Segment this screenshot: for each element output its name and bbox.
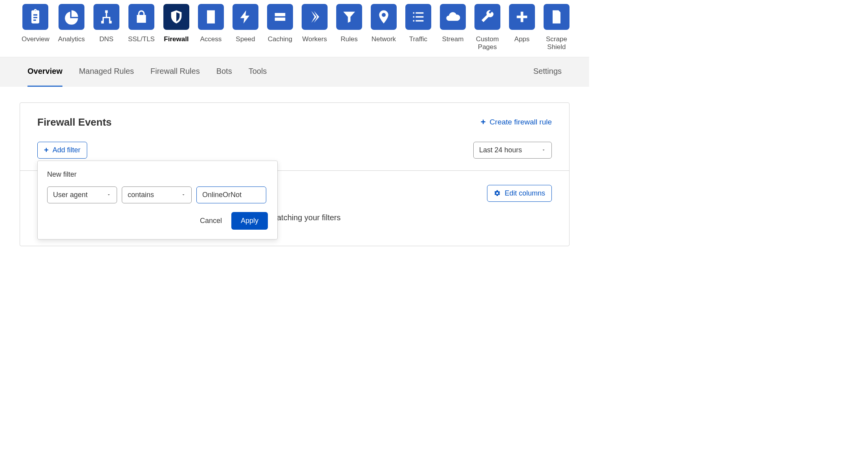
section-tabs: OverviewManaged RulesFirewall RulesBotsT… — [0, 57, 589, 87]
apply-button[interactable]: Apply — [231, 212, 268, 230]
nav-item-caching[interactable]: Caching — [267, 4, 293, 51]
lock-icon — [128, 4, 154, 30]
nav-item-apps[interactable]: Apps — [509, 4, 535, 51]
nav-item-scrape-shield[interactable]: ScrapeShield — [544, 4, 570, 51]
tab-overview[interactable]: Overview — [27, 57, 62, 87]
funnel-icon — [336, 4, 362, 30]
plus-icon — [509, 4, 535, 30]
time-range-value: Last 24 hours — [479, 146, 522, 154]
tab-settings[interactable]: Settings — [533, 57, 562, 87]
tab-tools[interactable]: Tools — [249, 57, 267, 87]
nav-label: Access — [200, 35, 222, 43]
filter-field-value: User agent — [53, 191, 88, 199]
product-nav: OverviewAnalyticsDNSSSL/TLSFirewallAcces… — [0, 0, 589, 57]
nav-label: Caching — [268, 35, 292, 43]
nav-label: SSL/TLS — [128, 35, 155, 43]
door-icon — [198, 4, 224, 30]
create-firewall-rule-button[interactable]: + Create firewall rule — [481, 118, 552, 126]
sitemap-icon — [93, 4, 119, 30]
nav-label: ScrapeShield — [546, 35, 567, 51]
nav-label: DNS — [99, 35, 114, 43]
nav-label: Analytics — [58, 35, 85, 43]
gear-icon — [494, 190, 501, 197]
workers-icon — [302, 4, 328, 30]
pie-icon — [59, 4, 84, 30]
nav-label: Firewall — [164, 35, 189, 43]
nav-label: Stream — [442, 35, 464, 43]
nav-item-rules[interactable]: Rules — [336, 4, 362, 51]
doc-icon — [544, 4, 570, 30]
edit-columns-label: Edit columns — [505, 189, 545, 197]
nav-item-network[interactable]: Network — [371, 4, 397, 51]
nav-item-workers[interactable]: Workers — [302, 4, 328, 51]
nav-label: Traffic — [409, 35, 427, 43]
filter-value-input[interactable] — [196, 186, 266, 203]
nav-label: Network — [372, 35, 396, 43]
bolt-icon — [233, 4, 258, 30]
nav-item-speed[interactable]: Speed — [233, 4, 258, 51]
nav-item-traffic[interactable]: Traffic — [405, 4, 431, 51]
nav-label: Rules — [341, 35, 357, 43]
nav-label: Apps — [515, 35, 530, 43]
add-filter-label: Add filter — [53, 146, 81, 154]
filter-field-select[interactable]: User agent — [47, 186, 117, 203]
nav-label: Speed — [236, 35, 255, 43]
nav-item-firewall[interactable]: Firewall — [163, 4, 189, 51]
popover-title: New filter — [47, 170, 268, 179]
filter-operator-select[interactable]: contains — [122, 186, 192, 203]
tab-managed-rules[interactable]: Managed Rules — [79, 57, 134, 87]
wrench-icon — [474, 4, 500, 30]
nav-item-stream[interactable]: Stream — [440, 4, 466, 51]
card-header-section: Firewall Events + Create firewall rule +… — [20, 103, 569, 170]
clipboard-icon — [22, 4, 48, 30]
nav-label: Workers — [302, 35, 327, 43]
tab-bots[interactable]: Bots — [216, 57, 232, 87]
create-rule-label: Create firewall rule — [490, 118, 552, 126]
time-range-select[interactable]: Last 24 hours — [473, 142, 552, 159]
chevron-down-icon — [541, 146, 546, 154]
chevron-down-icon — [106, 191, 111, 199]
nav-item-analytics[interactable]: Analytics — [58, 4, 85, 51]
drive-icon — [267, 4, 293, 30]
cancel-button[interactable]: Cancel — [200, 217, 222, 225]
nav-item-overview[interactable]: Overview — [22, 4, 49, 51]
pin-icon — [371, 4, 397, 30]
nav-item-dns[interactable]: DNS — [93, 4, 119, 51]
cloud-icon — [440, 4, 466, 30]
nav-item-access[interactable]: Access — [198, 4, 224, 51]
card-title: Firewall Events — [37, 116, 112, 128]
shield-icon — [163, 4, 189, 30]
add-filter-button[interactable]: + Add filter — [37, 142, 87, 159]
nav-item-custom-pages[interactable]: CustomPages — [474, 4, 500, 51]
tab-firewall-rules[interactable]: Firewall Rules — [150, 57, 200, 87]
chevron-down-icon — [181, 191, 186, 199]
nav-label: Overview — [22, 35, 49, 43]
nav-label: CustomPages — [476, 35, 499, 51]
edit-columns-button[interactable]: Edit columns — [487, 185, 552, 202]
filters-row: + Add filter Last 24 hours New filter Us… — [37, 142, 552, 159]
filter-operator-value: contains — [128, 191, 154, 199]
list-icon — [405, 4, 431, 30]
nav-item-ssl-tls[interactable]: SSL/TLS — [128, 4, 155, 51]
new-filter-popover: New filter User agent contains — [37, 161, 278, 239]
content-area: Firewall Events + Create firewall rule +… — [0, 87, 589, 262]
firewall-events-card: Firewall Events + Create firewall rule +… — [20, 102, 570, 246]
